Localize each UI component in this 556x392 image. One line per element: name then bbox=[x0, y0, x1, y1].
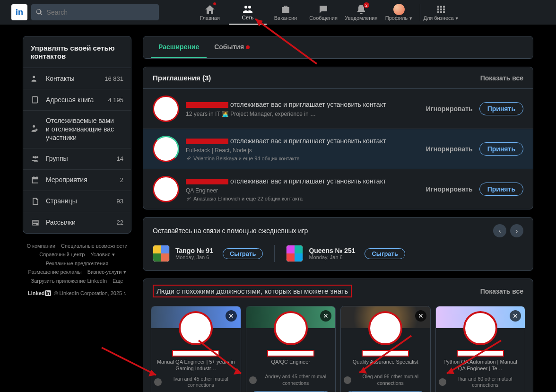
redacted-name bbox=[172, 350, 219, 357]
dismiss-button[interactable]: ✕ bbox=[510, 310, 521, 322]
invitation-text: отслеживает вас и приглашает установить … bbox=[186, 137, 419, 146]
nav-network[interactable]: Сеть bbox=[229, 0, 267, 25]
footer-link[interactable]: О компании bbox=[26, 243, 55, 249]
dismiss-button[interactable]: ✕ bbox=[320, 310, 331, 322]
footer-link[interactable]: Рекламные предпочтения bbox=[46, 261, 108, 266]
nav-separator bbox=[420, 4, 420, 21]
invitation-text: отслеживает вас и приглашает установить … bbox=[186, 100, 419, 109]
accept-button[interactable]: Принять bbox=[479, 142, 523, 156]
manage-network-card: Управлять своей сетью контактов Контакты… bbox=[23, 36, 131, 234]
sidebar-item[interactable]: Контакты 16 831 bbox=[23, 68, 131, 89]
nav-jobs[interactable]: Вакансии bbox=[267, 0, 304, 25]
footer-link[interactable]: Условия ▾ bbox=[90, 252, 114, 258]
footer-link[interactable]: Размещение рекламы bbox=[28, 269, 81, 275]
search-box[interactable] bbox=[31, 4, 159, 20]
games-prev[interactable]: ‹ bbox=[493, 224, 506, 237]
nav-business[interactable]: Для бизнеса▼ bbox=[422, 0, 460, 25]
person-card: ✕ Python QA Automation | Manual QA Engin… bbox=[435, 306, 526, 392]
person-card: ✕ QA/QC Engineer Andrey and 45 other mut… bbox=[246, 306, 336, 392]
dismiss-button[interactable]: ✕ bbox=[415, 310, 426, 322]
sidebar-item[interactable]: Отслеживаемые вами и отслеживающие вас у… bbox=[23, 111, 131, 148]
person-mutual: Andrey and 45 other mutual connections bbox=[246, 370, 336, 391]
play-button[interactable]: Сыграть bbox=[223, 248, 263, 259]
ignore-button[interactable]: Игнорировать bbox=[426, 145, 473, 153]
mutual-avatar-icon bbox=[249, 376, 257, 384]
sidebar-item-label: Отслеживаемые вами и отслеживающие вас у… bbox=[46, 116, 118, 142]
nav-profile[interactable]: Профиль▼ bbox=[380, 0, 418, 25]
briefcase-icon bbox=[280, 4, 291, 15]
linkedin-logo[interactable]: in bbox=[11, 4, 27, 20]
invitation-avatar[interactable] bbox=[153, 176, 179, 202]
nav-notifications[interactable]: 2 Уведомления bbox=[342, 0, 380, 25]
game-date: Monday, Jan 6 bbox=[175, 254, 213, 260]
sidebar-item[interactable]: Мероприятия 2 bbox=[23, 170, 131, 191]
sidebar-footer: О компанииСпециальные возможностиСправоч… bbox=[23, 241, 131, 296]
book-icon bbox=[31, 95, 40, 105]
footer-link[interactable]: Справочный центр bbox=[39, 252, 85, 258]
accept-button[interactable]: Принять bbox=[479, 183, 523, 196]
sidebar-header: Управлять своей сетью контактов bbox=[23, 36, 131, 68]
nav-label: Для бизнеса▼ bbox=[423, 15, 459, 21]
game-date: Monday, Jan 6 bbox=[309, 254, 355, 260]
people-icon bbox=[242, 3, 253, 15]
person-mutual: Ivan and 45 other mutual connections bbox=[151, 372, 241, 392]
sidebar-item-count: 16 831 bbox=[104, 75, 123, 82]
sidebar-item-count: 14 bbox=[117, 155, 123, 162]
dismiss-button[interactable]: ✕ bbox=[226, 310, 237, 322]
footer-link[interactable]: Специальные возможности bbox=[61, 243, 127, 249]
invitations-show-all[interactable]: Показать все bbox=[480, 74, 523, 82]
sidebar-item[interactable]: Страницы 93 bbox=[23, 191, 131, 212]
people-show-all[interactable]: Показать все bbox=[480, 287, 523, 295]
footer-link[interactable]: Загрузить приложение LinkedIn bbox=[31, 278, 107, 284]
sidebar-item[interactable]: Адресная книга 4 195 bbox=[23, 89, 131, 111]
ignore-button[interactable]: Игнорировать bbox=[426, 185, 473, 193]
message-icon bbox=[318, 4, 329, 15]
sidebar-item-label: Мероприятия bbox=[46, 175, 114, 184]
people-card: Люди с похожими должностями, которых вы … bbox=[143, 279, 533, 392]
person-avatar[interactable] bbox=[179, 311, 213, 345]
games-next[interactable]: › bbox=[510, 224, 523, 237]
sidebar-item-count: 22 bbox=[117, 219, 123, 226]
person-avatar[interactable] bbox=[463, 311, 497, 345]
mutual-avatar-icon bbox=[154, 378, 162, 386]
redacted-name bbox=[267, 350, 314, 357]
nav-label: Сеть bbox=[242, 15, 253, 20]
footer-link[interactable]: Еще bbox=[113, 278, 123, 284]
nav-messaging[interactable]: Сообщения bbox=[304, 0, 342, 25]
nav-home-badge bbox=[213, 2, 217, 6]
person-avatar[interactable] bbox=[274, 311, 308, 345]
accept-button[interactable]: Принять bbox=[479, 102, 523, 115]
person-title: QA/QC Engineer bbox=[267, 357, 314, 370]
redacted-name bbox=[186, 102, 228, 108]
people-icon bbox=[31, 74, 40, 83]
person-title: Python QA Automation | Manual QA Enginee… bbox=[436, 357, 525, 372]
invitation-avatar[interactable] bbox=[153, 96, 179, 122]
group-icon bbox=[31, 154, 40, 164]
invitation-item: отслеживает вас и приглашает установить … bbox=[143, 129, 533, 169]
person-mutual: Ihar and 60 other mutual connections bbox=[436, 372, 525, 392]
person-title: Quality Assurance Specialist bbox=[349, 357, 422, 370]
sidebar-item[interactable]: Рассылки 22 bbox=[23, 212, 131, 233]
game-title: Queens № 251 bbox=[309, 247, 355, 254]
nav-home[interactable]: Главная bbox=[191, 0, 229, 25]
nav-label: Профиль▼ bbox=[385, 15, 413, 21]
person-avatar[interactable] bbox=[368, 311, 402, 345]
invitation-avatar[interactable] bbox=[153, 136, 179, 162]
footer-link[interactable]: Бизнес-услуги ▾ bbox=[87, 269, 126, 275]
tab[interactable]: Расширение bbox=[151, 36, 207, 58]
invitation-subtitle: Full-stack | React, Node.js bbox=[186, 147, 419, 154]
calendar-icon bbox=[31, 175, 40, 185]
invitation-item: отслеживает вас и приглашает установить … bbox=[143, 88, 533, 129]
mutual-avatar-icon bbox=[344, 376, 351, 384]
linkedin-wordmark: Linkedin bbox=[28, 290, 51, 296]
game-item: Tango № 91 Monday, Jan 6 Сыграть bbox=[153, 245, 274, 262]
people-title: Люди с похожими должностями, которых вы … bbox=[153, 285, 352, 297]
ignore-button[interactable]: Игнорировать bbox=[426, 105, 473, 113]
search-input[interactable] bbox=[47, 9, 154, 16]
tab[interactable]: События bbox=[207, 36, 257, 58]
play-button[interactable]: Сыграть bbox=[365, 248, 405, 259]
copyright-text: © LinkedIn Corporation, 2025 г. bbox=[54, 290, 126, 296]
sidebar-item[interactable]: Группы 14 bbox=[23, 148, 131, 170]
invitation-mutual: Valentina Belskaya и еще 94 общих контак… bbox=[186, 156, 419, 161]
invitation-text: отслеживает вас и приглашает установить … bbox=[186, 177, 419, 186]
